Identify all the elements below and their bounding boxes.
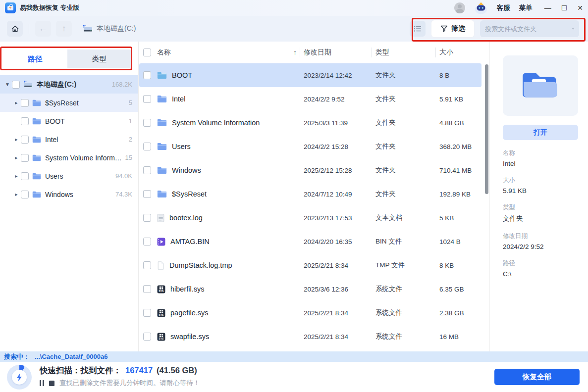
table-row[interactable]: SYShiberfil.sys 2025/3/6 12:36 系统文件 6.35… bbox=[139, 277, 481, 301]
select-all-checkbox[interactable] bbox=[143, 49, 151, 56]
tree-item-count: 2 bbox=[129, 136, 138, 143]
svg-text:SYS: SYS bbox=[159, 314, 164, 316]
folder-tree: ▼ 本地磁盘(C:) 168.2K ▸ $SysReset 5 bbox=[0, 75, 138, 203]
file-name: hiberfil.sys bbox=[170, 285, 205, 293]
tree-item-windows[interactable]: ▸ Windows 74.3K bbox=[0, 185, 138, 203]
close-button[interactable]: ✕ bbox=[577, 4, 583, 11]
table-row[interactable]: SYSpagefile.sys 2025/2/21 8:34 系统文件 2.38… bbox=[139, 301, 481, 325]
tree-item-users[interactable]: ▸ Users 94.0K bbox=[0, 167, 138, 185]
file-name: DumpStack.log.tmp bbox=[169, 261, 232, 269]
recover-all-button[interactable]: 恢复全部 bbox=[494, 369, 580, 385]
column-header-name[interactable]: 名称 ↑ bbox=[157, 42, 304, 63]
folder-icon bbox=[32, 173, 41, 180]
row-checkbox[interactable] bbox=[143, 119, 151, 127]
stop-button[interactable] bbox=[49, 381, 54, 386]
column-header-type[interactable]: 类型 bbox=[375, 42, 439, 63]
tree-item-boot[interactable]: BOOT 1 bbox=[0, 112, 138, 130]
checkbox[interactable] bbox=[21, 191, 29, 198]
caret-right-icon[interactable]: ▸ bbox=[13, 137, 20, 142]
caret-right-icon[interactable]: ▸ bbox=[13, 173, 20, 179]
view-mode-button[interactable] bbox=[410, 21, 426, 37]
maximize-button[interactable]: ☐ bbox=[561, 4, 568, 11]
back-button[interactable]: ← bbox=[35, 21, 51, 37]
table-row[interactable]: Windows 2025/2/12 15:28 文件夹 710.41 MB bbox=[139, 158, 481, 182]
column-header-date[interactable]: 修改日期 bbox=[304, 42, 375, 63]
scan-status-label: 快速扫描：找到文件： bbox=[40, 365, 121, 376]
row-checkbox[interactable] bbox=[143, 285, 151, 293]
table-row[interactable]: System Volume Information 2025/3/3 11:39… bbox=[139, 111, 481, 135]
pause-button[interactable] bbox=[40, 380, 44, 386]
sort-asc-icon[interactable]: ↑ bbox=[293, 49, 297, 56]
tree-item-count: 1 bbox=[129, 117, 138, 125]
tmp-file-icon bbox=[157, 261, 164, 270]
table-row[interactable]: bootex.log 2023/2/13 17:53 文本文档 5 KB bbox=[139, 206, 481, 230]
table-row[interactable]: SYSswapfile.sys 2025/2/21 8:34 系统文件 16 M… bbox=[139, 325, 481, 348]
table-row[interactable]: Users 2024/2/2 15:28 文件夹 368.20 MB bbox=[139, 135, 481, 158]
breadcrumb-label[interactable]: 本地磁盘(C:) bbox=[97, 24, 136, 33]
checkbox[interactable] bbox=[21, 172, 29, 180]
table-row[interactable]: BOOT 2023/2/14 12:42 文件夹 8 B bbox=[139, 63, 481, 87]
home-button[interactable] bbox=[7, 21, 23, 37]
file-size: 5.91 KB bbox=[439, 96, 481, 103]
table-row[interactable]: AMTAG.BIN 2024/2/20 16:35 BIN 文件 1024 B bbox=[139, 230, 481, 253]
table-row[interactable]: $SysReset 2024/7/12 10:49 文件夹 192.89 KB bbox=[139, 182, 481, 206]
table-row[interactable]: DumpStack.log.tmp 2025/2/21 8:34 TMP 文件 … bbox=[139, 253, 481, 277]
file-name: Windows bbox=[172, 166, 201, 174]
open-button[interactable]: 打开 bbox=[503, 125, 578, 140]
up-button[interactable]: ↑ bbox=[56, 21, 72, 37]
checkbox[interactable] bbox=[12, 81, 20, 89]
row-checkbox[interactable] bbox=[143, 166, 151, 174]
row-checkbox[interactable] bbox=[143, 214, 151, 222]
search-status-bar: 搜索中： ...\Cache_Data\f_0000a6 bbox=[0, 351, 588, 362]
checkbox[interactable] bbox=[21, 154, 29, 162]
file-size: 710.41 MB bbox=[439, 167, 481, 174]
tree-item-sysreset[interactable]: ▸ $SysReset 5 bbox=[0, 94, 138, 112]
table-row[interactable]: Intel 2024/2/2 9:52 文件夹 5.91 KB bbox=[139, 87, 481, 111]
row-checkbox[interactable] bbox=[143, 333, 151, 341]
app-title: 易我数据恢复 专业版 bbox=[20, 3, 80, 12]
search-box[interactable] bbox=[480, 20, 579, 37]
table-header: 名称 ↑ 修改日期 类型 大小 bbox=[139, 42, 481, 63]
file-type: 系统文件 bbox=[375, 332, 439, 341]
user-avatar[interactable] bbox=[454, 2, 465, 13]
caret-right-icon[interactable]: ▸ bbox=[13, 100, 20, 105]
found-size-total: (41.56 GB) bbox=[157, 366, 197, 375]
menu-link[interactable]: 菜单 bbox=[519, 3, 533, 12]
customer-service-link[interactable]: 客服 bbox=[497, 3, 510, 12]
tree-item-intel[interactable]: ▸ Intel 2 bbox=[0, 130, 138, 148]
row-checkbox[interactable] bbox=[143, 238, 151, 245]
checkbox[interactable] bbox=[21, 117, 29, 125]
row-checkbox[interactable] bbox=[143, 261, 151, 269]
assistant-mascot-icon[interactable] bbox=[474, 1, 488, 14]
minimize-button[interactable]: — bbox=[544, 4, 551, 11]
caret-right-icon[interactable]: ▸ bbox=[13, 192, 20, 197]
folder-icon bbox=[32, 154, 41, 161]
file-date: 2023/2/14 12:42 bbox=[304, 72, 375, 79]
caret-right-icon[interactable]: ▸ bbox=[13, 155, 20, 160]
row-checkbox[interactable] bbox=[143, 143, 151, 150]
lightning-icon bbox=[16, 374, 22, 381]
search-input[interactable] bbox=[485, 25, 572, 33]
file-date: 2025/3/6 12:36 bbox=[304, 286, 375, 293]
table-scrollbar[interactable] bbox=[485, 64, 488, 194]
tree-item-system-volume-information[interactable]: ▸ System Volume Information 15 bbox=[0, 148, 138, 167]
disk-icon bbox=[23, 81, 33, 88]
tree-item-local-disk[interactable]: ▼ 本地磁盘(C:) 168.2K bbox=[0, 75, 138, 94]
search-icon[interactable] bbox=[572, 25, 574, 33]
file-size: 192.89 KB bbox=[439, 191, 481, 198]
row-checkbox[interactable] bbox=[143, 95, 151, 103]
tree-item-label: Users bbox=[45, 172, 63, 180]
tab-type[interactable]: 类型 bbox=[67, 49, 132, 68]
checkbox[interactable] bbox=[21, 136, 29, 144]
column-header-size[interactable]: 大小 bbox=[439, 42, 481, 63]
filter-button[interactable]: 筛选 bbox=[431, 20, 474, 37]
row-checkbox[interactable] bbox=[143, 71, 151, 79]
checkbox[interactable] bbox=[21, 99, 29, 107]
tree-item-count: 168.2K bbox=[112, 81, 138, 88]
tab-path[interactable]: 路径 bbox=[3, 49, 67, 68]
folder-icon bbox=[32, 136, 41, 143]
caret-down-icon[interactable]: ▼ bbox=[4, 82, 11, 87]
row-checkbox[interactable] bbox=[143, 309, 151, 317]
file-name: BOOT bbox=[172, 71, 192, 79]
row-checkbox[interactable] bbox=[143, 190, 151, 198]
